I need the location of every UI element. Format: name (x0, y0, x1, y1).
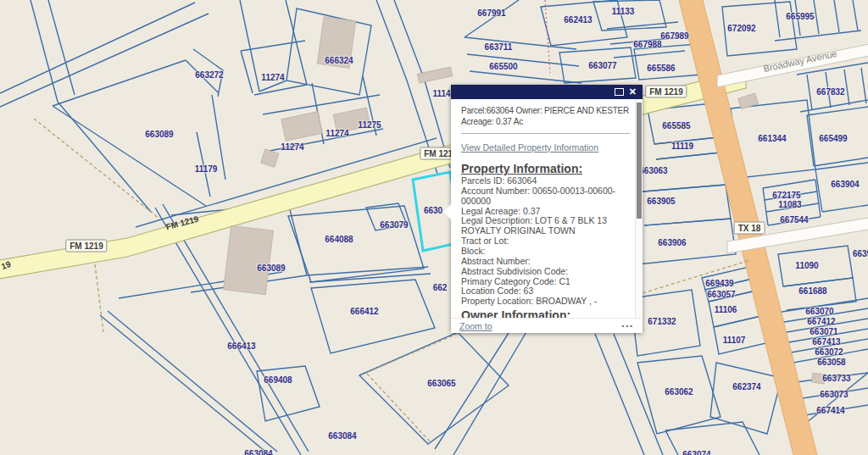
parcel-label: 663711 (485, 42, 513, 52)
popup-scrollbar[interactable] (635, 99, 643, 318)
parcel-label: 663071 (810, 327, 837, 336)
parcel-label: 11274 (281, 142, 303, 152)
close-icon[interactable]: ✕ (629, 87, 637, 97)
parcel-label: 663904 (831, 180, 859, 189)
parcel-label: 11179 (195, 164, 218, 174)
popup-field: Tract or Lot: (461, 236, 630, 247)
parcel-label: 672175 (772, 191, 800, 200)
parcel-label: 663070 (805, 307, 833, 316)
view-detailed-link[interactable]: View Detailed Property Information (461, 142, 598, 153)
parcel-label: 667544 (780, 215, 808, 225)
parcel-label: 663272 (195, 70, 223, 80)
parcel-label: 665500 (489, 62, 517, 71)
popup-divider (461, 133, 630, 134)
road-label: FM 1219 (645, 86, 687, 98)
popup-body: Parcel:663064 Owner: PIERCE AND KESTER A… (451, 99, 635, 318)
parcel-label: 663077 (588, 61, 616, 70)
parcel-info-popup: ✕ Parcel:663064 Owner: PIERCE AND KESTER… (451, 85, 643, 333)
road-label: TX 18 (734, 222, 765, 235)
owner-information-heading: Owner Information: (461, 308, 630, 318)
zoom-to-link[interactable]: Zoom to (459, 321, 492, 331)
popup-footer: Zoom to ••• (451, 318, 643, 333)
parcel-label: 667991 (477, 8, 505, 18)
parcel-label: 6630 (424, 206, 442, 215)
parcel-label: 663058 (817, 358, 845, 367)
parcel-label: 663084 (244, 449, 272, 455)
parcel-label: 667414 (816, 406, 844, 415)
parcel-label: 665586 (647, 64, 675, 73)
popup-field: Abstract Number: (461, 257, 630, 267)
parcel-label: 667988 (633, 40, 661, 49)
parcel-label: 663074 (682, 450, 710, 455)
parcel-label: 11133 (612, 7, 635, 16)
parcel-label: 664088 (325, 235, 353, 244)
popup-scrollbar-thumb[interactable] (637, 103, 642, 219)
popup-field: Account Number: 00650-00013-00600-000000 (461, 186, 630, 207)
parcel-label: 663079 (380, 220, 408, 230)
parcel-label: 669408 (264, 375, 292, 385)
parcel-label: 667989 (660, 31, 688, 41)
popup-summary-line2: Acreage: 0.37 Ac (461, 116, 630, 127)
popup-pointer (443, 204, 451, 219)
property-fields: Parcels ID: 663064Account Number: 00650-… (461, 176, 630, 307)
parcel-label: 663062 (665, 387, 693, 397)
parcel-label: 663733 (822, 374, 850, 383)
parcel-label: 661344 (758, 134, 786, 143)
parcel-label: 11107 (723, 336, 746, 345)
parcel-label: 1114 (432, 89, 450, 98)
parcel-label: 11083 (778, 200, 801, 209)
parcel-label: 665585 (662, 121, 690, 130)
popup-field: Abstract Subdivision Code: (461, 267, 630, 277)
parcel-label: 11106 (715, 305, 737, 314)
parcel-label: 666413 (227, 341, 255, 351)
parcel-label: 663063 (639, 166, 667, 175)
parcel-label: 662413 (564, 15, 592, 25)
dashed-pink-line (545, 0, 550, 73)
parcel-label: 11119 (671, 141, 693, 151)
parcel-label: 665995 (786, 12, 814, 21)
parcel-label: 667832 (816, 87, 844, 97)
parcel-label: 672092 (727, 24, 755, 33)
popup-summary-line1: Parcel:663064 Owner: PIERCE AND KESTER (461, 105, 630, 116)
map-canvas[interactable]: 6632721127466308911179666324112751127411… (0, 0, 868, 455)
parcel-label: 11275 (358, 120, 381, 130)
parcel-label: 665499 (819, 134, 847, 143)
popup-field: Legal Description: LOT 6 & 7 BLK 13 ROYA… (461, 216, 630, 236)
parcel-label: 663906 (658, 238, 686, 247)
parcel-label: 666324 (325, 56, 353, 65)
parcel-label: 662374 (732, 382, 760, 391)
parcel-label: 663905 (647, 197, 675, 206)
parcel-label: 663057 (707, 290, 735, 299)
parcel-label: 663089 (257, 264, 285, 273)
parcel-label: 663072 (815, 347, 843, 357)
parcel-label: 663084 (328, 431, 356, 441)
parcel-label: 663065 (427, 379, 455, 388)
parcel-label: 11274 (261, 73, 284, 82)
popup-header: ✕ (451, 85, 643, 99)
road-label: FM 1219 (65, 240, 107, 252)
popup-field: Property Location: BROADWAY , - (461, 297, 630, 307)
parcel-label: 6639 (853, 249, 868, 258)
parcel-label: 662 (433, 283, 448, 292)
parcel-label: 671332 (648, 317, 676, 326)
more-options-button[interactable]: ••• (622, 322, 634, 330)
property-information-heading: Property Information: (461, 162, 630, 175)
parcel-label: 663073 (820, 390, 848, 399)
parcel-label: 667413 (812, 337, 840, 347)
parcel-label: 669439 (705, 279, 733, 288)
maximize-icon[interactable] (615, 88, 624, 96)
parcel-label: 667412 (807, 317, 835, 326)
parcel-label: 666412 (350, 307, 378, 316)
parcel-label: 11274 (326, 129, 348, 138)
parcel-label: 11090 (795, 261, 818, 270)
parcel-label: 661688 (798, 286, 826, 296)
parcel-label: 663089 (145, 130, 173, 139)
